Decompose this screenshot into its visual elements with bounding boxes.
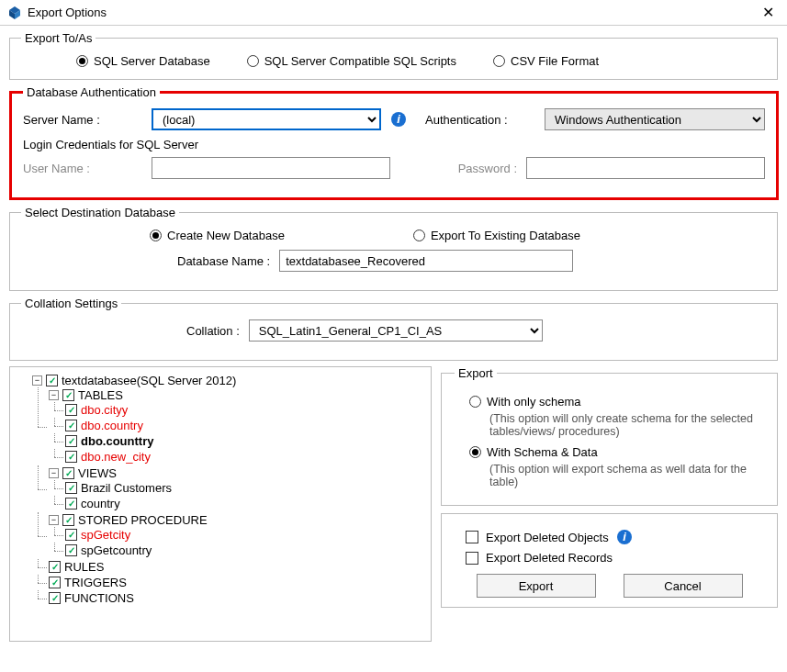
tree-check[interactable] — [65, 482, 77, 494]
tree-check[interactable] — [65, 420, 77, 431]
login-cred-legend: Login Credentials for SQL Server — [23, 138, 765, 151]
auth-label: Authentication : — [425, 113, 535, 127]
tree-group-label: VIEWS — [78, 466, 117, 480]
db-name-input[interactable] — [279, 250, 573, 272]
tree-check[interactable] — [65, 404, 77, 416]
tree-item-label: country — [81, 497, 120, 510]
export-extra-group: Export Deleted Objects i Export Deleted … — [441, 513, 778, 608]
auth-select[interactable]: Windows Authentication — [545, 108, 765, 130]
chk-deleted-objects[interactable] — [466, 531, 478, 543]
password-label: Password : — [434, 162, 517, 175]
tree-group-label: STORED PROCEDURE — [78, 513, 208, 527]
hint-schema-data: (This option will export schema as well … — [489, 463, 764, 488]
collation-select[interactable]: SQL_Latin1_General_CP1_CI_AS — [249, 319, 543, 342]
tree-item-label: dbo.counttry — [81, 434, 153, 448]
collation-label: Collation : — [186, 324, 240, 338]
username-label: User Name : — [23, 162, 142, 175]
tree-group-label: TRIGGERS — [64, 576, 127, 589]
collation-group: Collation Settings Collation : SQL_Latin… — [9, 297, 778, 361]
app-icon — [7, 6, 22, 20]
radio-schema-data[interactable]: With Schema & Data — [469, 445, 764, 459]
server-name-select[interactable]: (local) — [152, 108, 381, 130]
tree-check[interactable] — [65, 498, 77, 510]
tree-item-label: dbo.new_city — [81, 450, 151, 464]
hint-schema-only: (This option will only create schema for… — [489, 412, 764, 438]
radio-sql-scripts[interactable]: SQL Server Compatible SQL Scripts — [247, 54, 456, 68]
collation-legend: Collation Settings — [21, 297, 121, 310]
deleted-objects-info-icon[interactable]: i — [616, 529, 633, 545]
tree-check[interactable] — [65, 529, 77, 541]
tree-check[interactable] — [49, 577, 61, 588]
tree-item-label: dbo.cityy — [81, 403, 128, 417]
svg-text:i: i — [397, 112, 400, 126]
tree-group-label: FUNCTIONS — [64, 591, 134, 605]
radio-schema-only[interactable]: With only schema — [469, 395, 764, 409]
tree-item-label: spGetcity — [81, 528, 130, 542]
export-mode-group: Export With only schema (This option wil… — [441, 366, 778, 506]
export-button[interactable]: Export — [477, 574, 596, 598]
tree-check[interactable] — [62, 389, 74, 401]
radio-create-new-db[interactable]: Create New Database — [150, 229, 285, 242]
tree-root-label: textdatabasee(SQL Server 2012) — [62, 374, 236, 387]
radio-export-existing-db[interactable]: Export To Existing Database — [413, 229, 580, 242]
dest-db-group: Select Destination Database Create New D… — [9, 206, 778, 291]
object-tree[interactable]: −textdatabasee(SQL Server 2012)−TABLESdb… — [9, 366, 432, 642]
chk-deleted-records[interactable] — [466, 552, 478, 565]
cancel-button[interactable]: Cancel — [624, 574, 743, 598]
tree-item-label: dbo.country — [81, 419, 143, 432]
username-input[interactable] — [152, 157, 390, 179]
tree-group-label: TABLES — [78, 388, 123, 402]
tree-toggle[interactable]: − — [49, 390, 59, 400]
password-input[interactable] — [526, 157, 765, 179]
tree-toggle[interactable]: − — [49, 468, 59, 478]
tree-group-label: RULES — [64, 560, 104, 574]
tree-check[interactable] — [49, 561, 61, 573]
radio-sql-server-db[interactable]: SQL Server Database — [76, 54, 210, 68]
db-name-label: Database Name : — [177, 254, 270, 268]
tree-check[interactable] — [62, 467, 74, 479]
radio-csv[interactable]: CSV File Format — [493, 54, 599, 68]
dest-db-legend: Select Destination Database — [21, 206, 179, 219]
tree-toggle[interactable]: − — [49, 515, 59, 525]
server-name-label: Server Name : — [23, 113, 142, 127]
tree-check[interactable] — [49, 592, 61, 604]
export-to-group: Export To/As SQL Server Database SQL Ser… — [9, 31, 778, 80]
tree-check[interactable] — [46, 375, 58, 386]
tree-item-label: Brazil Customers — [81, 481, 172, 495]
tree-item-label: spGetcountry — [81, 543, 152, 557]
tree-check[interactable] — [65, 544, 77, 556]
export-legend: Export — [455, 366, 497, 380]
tree-check[interactable] — [62, 514, 74, 526]
close-icon[interactable]: ✕ — [757, 4, 780, 21]
export-to-legend: Export To/As — [21, 31, 96, 45]
title-bar: Export Options ✕ — [0, 0, 787, 26]
db-auth-legend: Database Authentication — [23, 85, 160, 99]
server-info-icon[interactable]: i — [390, 111, 407, 128]
db-auth-group: Database Authentication Server Name : (l… — [9, 85, 779, 200]
tree-check[interactable] — [65, 435, 77, 447]
tree-check[interactable] — [65, 451, 77, 463]
tree-toggle[interactable]: − — [32, 375, 42, 386]
svg-text:i: i — [623, 530, 626, 543]
window-title: Export Options — [28, 6, 107, 19]
